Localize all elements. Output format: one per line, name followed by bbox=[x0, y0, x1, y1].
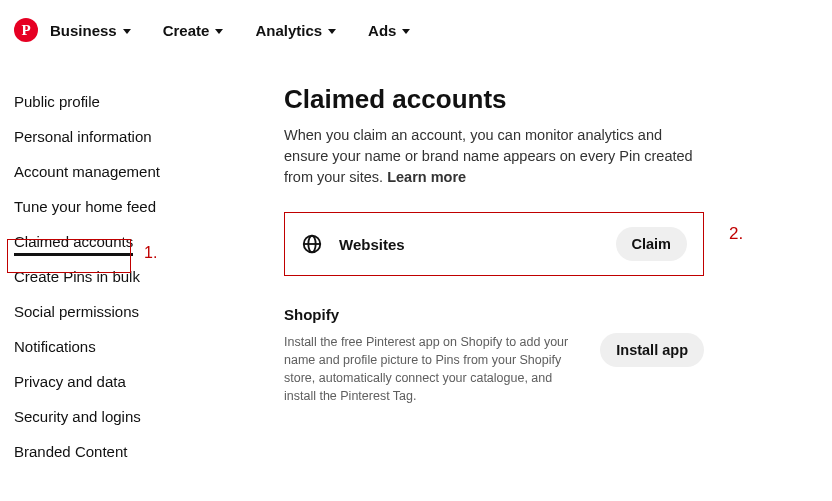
nav-label: Ads bbox=[368, 22, 396, 39]
pinterest-logo-icon[interactable]: P bbox=[14, 18, 38, 42]
chevron-down-icon bbox=[123, 29, 131, 34]
sidebar-item-branded-content[interactable]: Branded Content bbox=[14, 434, 244, 469]
top-nav: P Business Create Analytics Ads bbox=[0, 0, 832, 52]
nav-analytics[interactable]: Analytics bbox=[255, 22, 336, 39]
sidebar-item-social-permissions[interactable]: Social permissions bbox=[14, 294, 244, 329]
sidebar-item-security-logins[interactable]: Security and logins bbox=[14, 399, 244, 434]
nav-label: Analytics bbox=[255, 22, 322, 39]
sidebar-item-privacy-data[interactable]: Privacy and data bbox=[14, 364, 244, 399]
page-description: When you claim an account, you can monit… bbox=[284, 125, 704, 188]
settings-sidebar: Public profile Personal information Acco… bbox=[14, 84, 244, 469]
main-content: Claimed accounts When you claim an accou… bbox=[284, 84, 818, 469]
shopify-description: Install the free Pinterest app on Shopif… bbox=[284, 333, 580, 406]
sidebar-item-tune-home-feed[interactable]: Tune your home feed bbox=[14, 189, 244, 224]
globe-icon bbox=[301, 233, 323, 255]
websites-card: Websites Claim bbox=[284, 212, 704, 276]
websites-label: Websites bbox=[339, 236, 600, 253]
sidebar-item-public-profile[interactable]: Public profile bbox=[14, 84, 244, 119]
sidebar-item-personal-information[interactable]: Personal information bbox=[14, 119, 244, 154]
shopify-section: Shopify Install the free Pinterest app o… bbox=[284, 306, 704, 406]
nav-label: Create bbox=[163, 22, 210, 39]
nav-label: Business bbox=[50, 22, 117, 39]
sidebar-item-notifications[interactable]: Notifications bbox=[14, 329, 244, 364]
chevron-down-icon bbox=[215, 29, 223, 34]
annotation-label-2: 2. bbox=[729, 224, 743, 244]
shopify-title: Shopify bbox=[284, 306, 704, 323]
claim-button[interactable]: Claim bbox=[616, 227, 688, 261]
learn-more-link[interactable]: Learn more bbox=[387, 169, 466, 185]
sidebar-item-create-pins-bulk[interactable]: Create Pins in bulk bbox=[14, 259, 244, 294]
nav-business[interactable]: Business bbox=[50, 22, 131, 39]
nav-ads[interactable]: Ads bbox=[368, 22, 410, 39]
chevron-down-icon bbox=[402, 29, 410, 34]
page-title: Claimed accounts bbox=[284, 84, 788, 115]
install-app-button[interactable]: Install app bbox=[600, 333, 704, 367]
chevron-down-icon bbox=[328, 29, 336, 34]
sidebar-item-claimed-accounts[interactable]: Claimed accounts bbox=[14, 224, 244, 259]
sidebar-item-account-management[interactable]: Account management bbox=[14, 154, 244, 189]
nav-create[interactable]: Create bbox=[163, 22, 224, 39]
